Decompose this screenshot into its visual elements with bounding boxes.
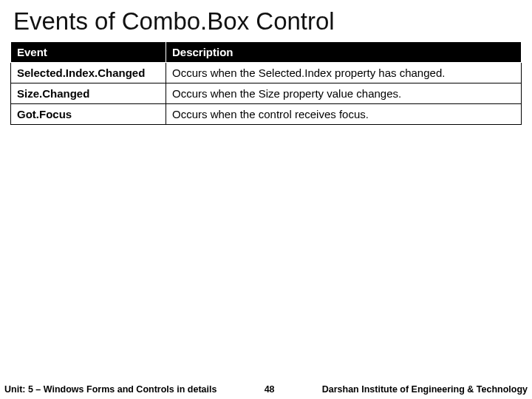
footer-unit: Unit: 5 – Windows Forms and Controls in … [4,384,248,395]
cell-event: Got.Focus [11,104,166,125]
cell-event: Size.Changed [11,83,166,104]
table-header-row: Event Description [11,42,522,63]
footer: Unit: 5 – Windows Forms and Controls in … [0,384,532,396]
cell-description: Occurs when the Selected.Index property … [166,63,522,83]
cell-description: Occurs when the Size property value chan… [166,83,522,104]
slide-title: Events of Combo.Box Control [0,0,532,41]
footer-page-number: 48 [248,384,292,395]
slide: Events of Combo.Box Control Event Descri… [0,0,532,399]
slide-content: Event Description Selected.Index.Changed… [0,41,532,125]
header-description: Description [166,42,522,63]
footer-institute: Darshan Institute of Engineering & Techn… [292,384,528,395]
events-table: Event Description Selected.Index.Changed… [10,41,522,125]
table-row: Got.Focus Occurs when the control receiv… [11,104,522,125]
table-row: Size.Changed Occurs when the Size proper… [11,83,522,104]
cell-event: Selected.Index.Changed [11,63,166,83]
cell-description: Occurs when the control receives focus. [166,104,522,125]
header-event: Event [11,42,166,63]
table-row: Selected.Index.Changed Occurs when the S… [11,63,522,83]
